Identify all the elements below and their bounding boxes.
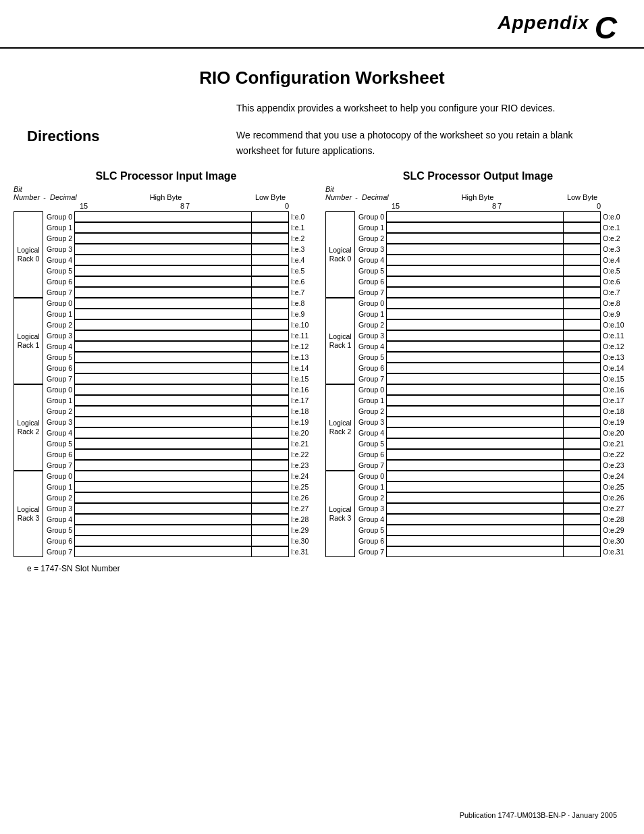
- high-byte-cell[interactable]: [74, 373, 252, 384]
- low-byte-cell[interactable]: [564, 406, 601, 417]
- high-byte-cell[interactable]: [386, 492, 564, 503]
- low-byte-cell[interactable]: [564, 373, 601, 384]
- high-byte-cell[interactable]: [74, 536, 252, 546]
- low-byte-cell[interactable]: [252, 503, 289, 514]
- low-byte-cell[interactable]: [252, 406, 289, 417]
- high-byte-cell[interactable]: [74, 341, 252, 352]
- high-byte-cell[interactable]: [386, 525, 564, 536]
- low-byte-cell[interactable]: [564, 265, 601, 276]
- high-byte-cell[interactable]: [74, 481, 252, 492]
- low-byte-cell[interactable]: [564, 460, 601, 471]
- low-byte-cell[interactable]: [252, 341, 289, 352]
- high-byte-cell[interactable]: [386, 503, 564, 514]
- low-byte-cell[interactable]: [252, 265, 289, 276]
- low-byte-cell[interactable]: [564, 276, 601, 287]
- low-byte-cell[interactable]: [564, 449, 601, 460]
- high-byte-cell[interactable]: [74, 514, 252, 525]
- high-byte-cell[interactable]: [74, 211, 252, 222]
- high-byte-cell[interactable]: [386, 460, 564, 471]
- high-byte-cell[interactable]: [74, 449, 252, 460]
- low-byte-cell[interactable]: [252, 460, 289, 471]
- high-byte-cell[interactable]: [74, 330, 252, 341]
- high-byte-cell[interactable]: [74, 395, 252, 406]
- low-byte-cell[interactable]: [564, 222, 601, 233]
- high-byte-cell[interactable]: [386, 341, 564, 352]
- low-byte-cell[interactable]: [252, 536, 289, 546]
- low-byte-cell[interactable]: [564, 341, 601, 352]
- low-byte-cell[interactable]: [252, 481, 289, 492]
- low-byte-cell[interactable]: [252, 417, 289, 427]
- high-byte-cell[interactable]: [386, 319, 564, 330]
- low-byte-cell[interactable]: [564, 363, 601, 373]
- low-byte-cell[interactable]: [252, 546, 289, 557]
- low-byte-cell[interactable]: [564, 255, 601, 265]
- high-byte-cell[interactable]: [386, 298, 564, 309]
- low-byte-cell[interactable]: [564, 319, 601, 330]
- high-byte-cell[interactable]: [74, 233, 252, 244]
- high-byte-cell[interactable]: [386, 233, 564, 244]
- low-byte-cell[interactable]: [564, 536, 601, 546]
- high-byte-cell[interactable]: [386, 363, 564, 373]
- low-byte-cell[interactable]: [252, 233, 289, 244]
- high-byte-cell[interactable]: [74, 492, 252, 503]
- low-byte-cell[interactable]: [252, 384, 289, 395]
- high-byte-cell[interactable]: [386, 395, 564, 406]
- low-byte-cell[interactable]: [252, 244, 289, 255]
- high-byte-cell[interactable]: [386, 309, 564, 319]
- high-byte-cell[interactable]: [386, 276, 564, 287]
- high-byte-cell[interactable]: [74, 417, 252, 427]
- high-byte-cell[interactable]: [386, 481, 564, 492]
- high-byte-cell[interactable]: [74, 438, 252, 449]
- high-byte-cell[interactable]: [386, 546, 564, 557]
- high-byte-cell[interactable]: [386, 438, 564, 449]
- low-byte-cell[interactable]: [564, 525, 601, 536]
- low-byte-cell[interactable]: [252, 427, 289, 438]
- low-byte-cell[interactable]: [564, 287, 601, 298]
- high-byte-cell[interactable]: [386, 406, 564, 417]
- high-byte-cell[interactable]: [74, 460, 252, 471]
- low-byte-cell[interactable]: [252, 298, 289, 309]
- low-byte-cell[interactable]: [564, 471, 601, 481]
- high-byte-cell[interactable]: [386, 330, 564, 341]
- low-byte-cell[interactable]: [564, 514, 601, 525]
- high-byte-cell[interactable]: [386, 471, 564, 481]
- low-byte-cell[interactable]: [252, 471, 289, 481]
- low-byte-cell[interactable]: [252, 438, 289, 449]
- low-byte-cell[interactable]: [252, 514, 289, 525]
- high-byte-cell[interactable]: [74, 352, 252, 363]
- high-byte-cell[interactable]: [74, 298, 252, 309]
- low-byte-cell[interactable]: [564, 244, 601, 255]
- low-byte-cell[interactable]: [252, 276, 289, 287]
- high-byte-cell[interactable]: [74, 384, 252, 395]
- high-byte-cell[interactable]: [386, 384, 564, 395]
- low-byte-cell[interactable]: [252, 352, 289, 363]
- low-byte-cell[interactable]: [564, 384, 601, 395]
- high-byte-cell[interactable]: [386, 255, 564, 265]
- low-byte-cell[interactable]: [252, 449, 289, 460]
- low-byte-cell[interactable]: [252, 222, 289, 233]
- low-byte-cell[interactable]: [564, 309, 601, 319]
- low-byte-cell[interactable]: [252, 309, 289, 319]
- low-byte-cell[interactable]: [252, 395, 289, 406]
- high-byte-cell[interactable]: [74, 319, 252, 330]
- high-byte-cell[interactable]: [386, 373, 564, 384]
- low-byte-cell[interactable]: [252, 492, 289, 503]
- low-byte-cell[interactable]: [252, 211, 289, 222]
- low-byte-cell[interactable]: [564, 481, 601, 492]
- high-byte-cell[interactable]: [74, 244, 252, 255]
- low-byte-cell[interactable]: [564, 298, 601, 309]
- high-byte-cell[interactable]: [386, 427, 564, 438]
- high-byte-cell[interactable]: [386, 417, 564, 427]
- low-byte-cell[interactable]: [252, 287, 289, 298]
- high-byte-cell[interactable]: [74, 471, 252, 481]
- high-byte-cell[interactable]: [74, 503, 252, 514]
- high-byte-cell[interactable]: [74, 427, 252, 438]
- high-byte-cell[interactable]: [74, 276, 252, 287]
- low-byte-cell[interactable]: [564, 438, 601, 449]
- low-byte-cell[interactable]: [564, 427, 601, 438]
- high-byte-cell[interactable]: [74, 546, 252, 557]
- low-byte-cell[interactable]: [252, 319, 289, 330]
- high-byte-cell[interactable]: [386, 244, 564, 255]
- high-byte-cell[interactable]: [74, 265, 252, 276]
- high-byte-cell[interactable]: [386, 536, 564, 546]
